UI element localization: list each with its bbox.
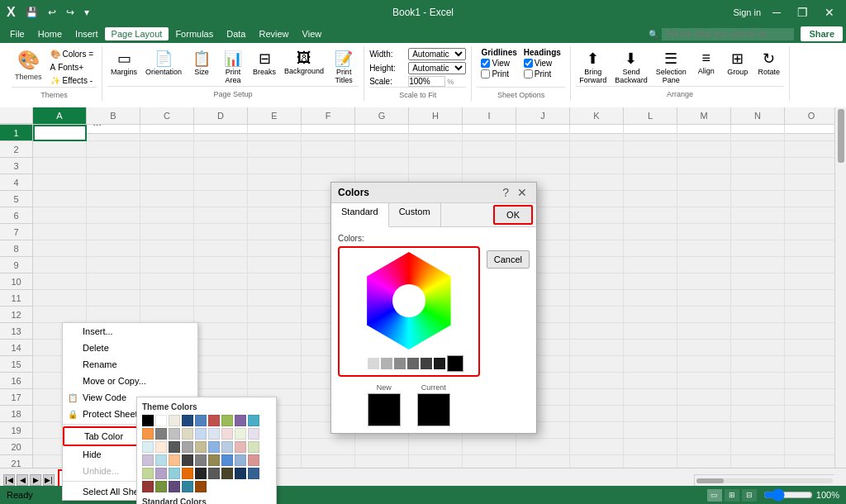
theme-color-swatch[interactable] <box>248 441 259 453</box>
ctx-insert[interactable]: Insert... <box>63 323 197 340</box>
colors-button[interactable]: 🎨 Colors = <box>47 48 97 60</box>
print-area-button[interactable]: 📊 PrintArea <box>218 48 248 86</box>
grid-cell[interactable] <box>33 307 87 323</box>
themes-button[interactable]: 🎨 Themes <box>12 48 45 83</box>
grid-cell[interactable] <box>570 257 624 273</box>
col-header-M[interactable]: M <box>677 107 731 124</box>
group-button[interactable]: ⊞ Group <box>723 48 753 86</box>
col-header-F[interactable]: F <box>302 107 355 124</box>
grid-cell[interactable] <box>33 158 87 174</box>
grid-cell[interactable] <box>302 455 355 468</box>
grid-cell[interactable] <box>677 389 731 406</box>
grid-cell[interactable] <box>355 439 409 455</box>
ctx-rename[interactable]: Rename <box>63 356 197 373</box>
grid-cell[interactable] <box>677 323 731 340</box>
grid-cell[interactable] <box>302 439 355 455</box>
theme-color-swatch[interactable] <box>155 428 167 440</box>
grid-cell[interactable] <box>87 141 140 158</box>
row-header-8[interactable]: 8 <box>0 240 32 257</box>
grid-cell[interactable] <box>785 273 834 290</box>
theme-color-swatch[interactable] <box>195 441 207 453</box>
grid-cell[interactable] <box>731 158 785 174</box>
gridlines-view-checkbox[interactable] <box>481 59 490 68</box>
grid-cell[interactable] <box>248 373 302 389</box>
row-header-6[interactable]: 6 <box>0 207 32 224</box>
grid-cell[interactable] <box>33 125 87 141</box>
grid-cell[interactable] <box>624 224 677 240</box>
gridlines-print-checkbox[interactable] <box>481 69 490 78</box>
grid-cell[interactable] <box>140 141 194 158</box>
grid-cell[interactable] <box>516 125 570 141</box>
grid-cell[interactable] <box>570 323 624 340</box>
grid-cell[interactable] <box>731 273 785 290</box>
row-header-2[interactable]: 2 <box>0 141 32 158</box>
grid-cell[interactable] <box>731 125 785 141</box>
grid-cell[interactable] <box>624 273 677 290</box>
grid-cell[interactable] <box>140 307 194 323</box>
theme-color-swatch[interactable] <box>195 415 207 426</box>
theme-color-swatch[interactable] <box>142 428 154 440</box>
grid-cell[interactable] <box>731 389 785 406</box>
grid-cell[interactable] <box>355 141 409 158</box>
grid-cell[interactable] <box>33 141 87 158</box>
grid-cell[interactable] <box>785 174 834 191</box>
grid-cell[interactable] <box>87 207 140 224</box>
col-header-D[interactable]: D <box>194 107 248 124</box>
grid-cell[interactable] <box>785 191 834 207</box>
grid-cell[interactable] <box>570 191 624 207</box>
theme-color-swatch[interactable] <box>169 415 180 426</box>
grid-cell[interactable] <box>785 422 834 439</box>
grid-cell[interactable] <box>731 141 785 158</box>
grid-cell[interactable] <box>731 373 785 389</box>
grid-cell[interactable] <box>731 290 785 307</box>
grid-cell[interactable] <box>140 158 194 174</box>
grid-cell[interactable] <box>33 207 87 224</box>
grid-cell[interactable] <box>87 191 140 207</box>
grid-cell[interactable] <box>194 141 248 158</box>
background-button[interactable]: 🖼 Background <box>281 48 327 86</box>
row-header-19[interactable]: 19 <box>0 422 32 439</box>
grid-cell[interactable] <box>140 290 194 307</box>
zoom-slider[interactable] <box>763 488 813 502</box>
grid-cell[interactable] <box>731 422 785 439</box>
send-backward-button[interactable]: ⬇ SendBackward <box>611 48 651 86</box>
grid-cell[interactable] <box>87 125 140 141</box>
grid-cell[interactable] <box>194 191 248 207</box>
page-break-view-button[interactable]: ⊟ <box>742 489 757 502</box>
grid-cell[interactable] <box>624 125 677 141</box>
grid-cell[interactable] <box>624 340 677 356</box>
h-scroll-thumb[interactable] <box>696 478 724 483</box>
col-header-H[interactable]: H <box>409 107 463 124</box>
menu-review[interactable]: Review <box>252 27 295 40</box>
help-search-input[interactable] <box>662 28 794 40</box>
grid-cell[interactable] <box>570 141 624 158</box>
theme-color-swatch[interactable] <box>208 468 220 479</box>
headings-view-checkbox[interactable] <box>524 59 533 68</box>
grid-cell[interactable] <box>248 191 302 207</box>
grid-cell[interactable] <box>194 158 248 174</box>
grid-cell[interactable] <box>624 257 677 273</box>
col-header-A[interactable]: A <box>33 107 87 124</box>
ctx-move-copy[interactable]: Move or Copy... <box>63 373 197 389</box>
col-header-L[interactable]: L <box>624 107 677 124</box>
theme-color-swatch[interactable] <box>248 468 259 479</box>
theme-color-swatch[interactable] <box>182 481 193 492</box>
theme-color-swatch[interactable] <box>235 441 246 453</box>
grid-cell[interactable] <box>194 174 248 191</box>
col-header-K[interactable]: K <box>570 107 624 124</box>
grid-cell[interactable] <box>624 191 677 207</box>
grid-cell[interactable] <box>731 406 785 422</box>
row-header-21[interactable]: 21 <box>0 455 32 468</box>
grid-cell[interactable] <box>731 207 785 224</box>
grid-cell[interactable] <box>624 174 677 191</box>
gray-white[interactable] <box>354 358 366 369</box>
grid-cell[interactable] <box>731 191 785 207</box>
grid-cell[interactable] <box>570 224 624 240</box>
col-header-C[interactable]: C <box>140 107 194 124</box>
col-header-J[interactable]: J <box>516 107 570 124</box>
grid-cell[interactable] <box>731 257 785 273</box>
row-header-17[interactable]: 17 <box>0 389 32 406</box>
grid-cell[interactable] <box>87 273 140 290</box>
grid-cell[interactable] <box>194 224 248 240</box>
theme-color-swatch[interactable] <box>208 415 220 426</box>
